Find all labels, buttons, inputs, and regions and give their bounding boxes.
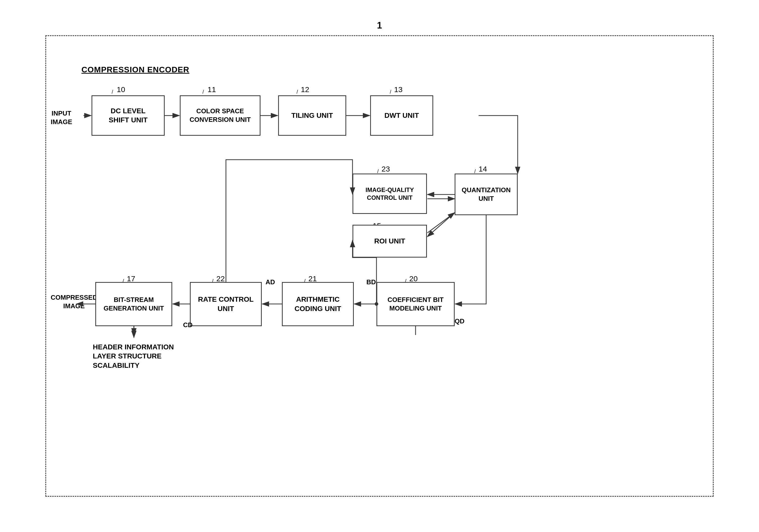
ad-label: AD (265, 278, 275, 286)
dc-level-block: DC LEVELSHIFT UNIT (92, 95, 165, 136)
figure-number: 1 (377, 20, 382, 31)
tiling-block: TILING UNIT (278, 95, 346, 136)
bitstream-number: 17 (127, 274, 135, 283)
svg-line-10 (427, 213, 455, 233)
roi-block: ROI UNIT (352, 225, 427, 258)
dwt-number: 13 (394, 85, 402, 94)
dwt-block: DWT UNIT (370, 95, 433, 136)
quantization-block: QUANTIZATIONUNIT (455, 174, 518, 215)
header-info-label: HEADER INFORMATIONLAYER STRUCTURESCALABI… (93, 343, 174, 370)
diagram-container: 1 COMPRESSION ENCODER INPUTIMAGE COMPRES… (25, 15, 734, 517)
color-space-block: COLOR SPACECONVERSION UNIT (180, 95, 260, 136)
svg-line-9 (427, 213, 455, 237)
bitstream-block: BIT-STREAMGENERATION UNIT (95, 282, 172, 326)
dwt-tick: / (390, 89, 391, 95)
image-quality-number: 23 (381, 165, 390, 173)
coeff-number: 20 (409, 274, 418, 283)
rate-control-block: RATE CONTROLUNIT (190, 282, 262, 326)
quantization-number: 14 (479, 165, 487, 173)
compression-encoder-label: COMPRESSION ENCODER (81, 65, 189, 74)
tiling-tick: / (297, 89, 298, 95)
main-enclosure: COMPRESSION ENCODER INPUTIMAGE COMPRESSE… (45, 35, 714, 497)
image-quality-block: IMAGE-QUALITYCONTROL UNIT (352, 174, 427, 214)
bd-label: BD (366, 278, 376, 286)
dc-level-number: 10 (117, 85, 125, 94)
cd-label: CD (183, 321, 193, 329)
dc-level-tick: / (112, 89, 113, 95)
input-image-label: INPUTIMAGE (51, 109, 72, 126)
color-space-number: 11 (208, 85, 216, 94)
arithmetic-block: ARITHMETICCODING UNIT (282, 282, 354, 326)
qd-label: QD (455, 317, 464, 325)
rate-control-number: 22 (216, 274, 225, 283)
arithmetic-number: 21 (308, 274, 317, 283)
color-space-tick: / (203, 89, 204, 95)
tiling-number: 12 (301, 85, 309, 94)
coeff-bit-block: COEFFICIENT BITMODELING UNIT (377, 282, 455, 326)
compressed-image-label: COMPRESSEDIMAGE (51, 293, 97, 310)
